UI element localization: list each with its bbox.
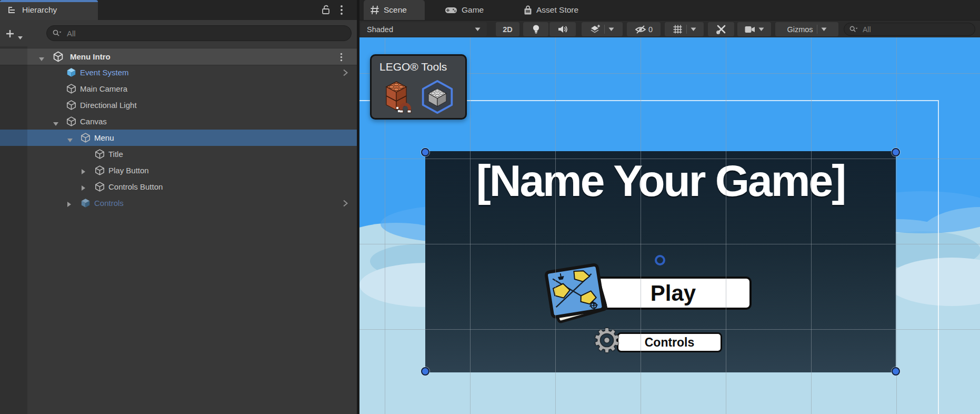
create-object-caret-icon[interactable]: [18, 33, 23, 42]
grid-line-vertical: [555, 37, 556, 414]
gameobject-cube-icon: [66, 100, 76, 112]
grid-line-horizontal: [359, 244, 980, 244]
disclosure-open-icon[interactable]: [38, 54, 45, 64]
controls-button[interactable]: Controls: [617, 332, 722, 352]
camera-caret-icon[interactable]: [758, 27, 764, 32]
scene-name-label: Menu Intro: [70, 48, 111, 65]
grid-line-vertical: [470, 37, 471, 414]
gameobject-label: Directional Light: [80, 97, 137, 113]
grid-visibility-button[interactable]: [665, 22, 704, 36]
scene-kebab-icon[interactable]: [340, 53, 343, 64]
scene-toolbar: Shaded 2D 0: [359, 20, 980, 38]
lock-icon[interactable]: [321, 4, 332, 18]
lego-brick-selected-icon: [420, 78, 455, 115]
toggle-2d-button[interactable]: 2D: [496, 22, 519, 36]
tab-scene[interactable]: Scene: [364, 0, 425, 20]
scene-tools-button[interactable]: [708, 22, 734, 36]
hierarchy-row-controls-button[interactable]: Controls Button: [0, 179, 357, 195]
lego-tools-overlay: LEGO® Tools: [370, 54, 467, 120]
grid-line-vertical: [811, 37, 812, 414]
hierarchy-row-event-system[interactable]: Event System: [0, 64, 357, 81]
lego-tools-title: LEGO® Tools: [379, 61, 447, 73]
hierarchy-search[interactable]: [46, 25, 352, 41]
gizmos-dropdown[interactable]: Gizmos: [775, 22, 838, 36]
disclosure-closed-icon[interactable]: [81, 167, 86, 177]
rect-corner-handle[interactable]: [421, 367, 429, 376]
scene-tab-icon: [370, 5, 379, 15]
asset-store-tab-icon: [524, 5, 532, 15]
disclosure-open-icon[interactable]: [67, 135, 73, 145]
grid-line-vertical: [641, 37, 641, 414]
hierarchy-row-directional-light[interactable]: Directional Light: [0, 97, 357, 113]
disclosure-open-icon[interactable]: [53, 119, 59, 129]
dropdown-caret-icon: [475, 27, 481, 32]
tab-asset-store[interactable]: Asset Store: [517, 0, 596, 20]
lego-snap-tool-button[interactable]: [379, 79, 414, 115]
tab-hierarchy[interactable]: Hierarchy: [0, 0, 98, 20]
hierarchy-row-play-button[interactable]: Play Button: [0, 162, 357, 179]
canvas-bounds-outline-right: [938, 100, 939, 414]
create-object-button[interactable]: [5, 29, 15, 41]
scene-header-row[interactable]: Menu Intro: [0, 48, 357, 65]
tools-icon: [716, 24, 726, 34]
tab-label: Game: [462, 5, 484, 15]
separator: [686, 25, 687, 34]
prefab-chevron-icon[interactable]: [342, 68, 348, 79]
gameobject-cube-icon: [66, 84, 76, 96]
hierarchy-search-input[interactable]: [66, 28, 346, 38]
pivot-handle[interactable]: [655, 255, 665, 265]
kebab-menu-icon[interactable]: [340, 5, 343, 17]
gameobject-cube-icon: [95, 149, 105, 161]
scene-search-input[interactable]: [862, 25, 970, 34]
2d-label: 2D: [503, 25, 513, 34]
scene-lighting-button[interactable]: [523, 22, 548, 36]
map-icon[interactable]: [543, 262, 609, 325]
draw-mode-label: Shaded: [367, 25, 393, 34]
hierarchy-row-title[interactable]: Title: [0, 146, 357, 162]
hierarchy-row-menu[interactable]: Menu: [0, 130, 357, 146]
scene-audio-button[interactable]: [549, 22, 576, 36]
gameobject-label: Menu: [94, 130, 114, 146]
grid-line-horizontal: [359, 159, 980, 159]
hierarchy-panel: Hierarchy: [0, 0, 357, 414]
grid-axis-icon: [673, 24, 683, 34]
separator: [604, 25, 605, 34]
speaker-icon: [558, 25, 568, 34]
camera-icon: [745, 26, 755, 33]
gameobject-cube-icon: [95, 165, 105, 178]
hierarchy-tab-label: Hierarchy: [22, 5, 57, 15]
effects-caret-icon[interactable]: [608, 27, 614, 32]
grid-caret-icon[interactable]: [691, 27, 696, 32]
draw-mode-dropdown[interactable]: Shaded: [361, 22, 487, 36]
scene-camera-button[interactable]: [737, 22, 771, 36]
tab-label: Asset Store: [536, 5, 578, 15]
prefab-chevron-icon[interactable]: [342, 199, 348, 210]
game-tab-icon: [445, 6, 457, 14]
gameobject-cube-blue-icon: [66, 67, 76, 80]
scene-tabstrip: SceneGameAsset Store: [359, 0, 980, 20]
hierarchy-icon: [7, 6, 17, 16]
hierarchy-row-controls[interactable]: Controls: [0, 195, 357, 211]
separator: [817, 25, 817, 34]
play-button[interactable]: Play: [595, 277, 752, 310]
gameobject-cube-icon: [95, 182, 105, 194]
rect-corner-handle[interactable]: [421, 148, 429, 156]
gameobject-cube-muted-icon: [81, 198, 91, 210]
grid-line-horizontal: [359, 329, 980, 330]
scene-viewport[interactable]: [Name Your Game] Play C: [359, 37, 980, 414]
gameobject-label: Controls: [94, 195, 124, 211]
tab-label: Scene: [384, 5, 407, 15]
hidden-objects-button[interactable]: 0: [627, 22, 661, 36]
scene-effects-button[interactable]: [582, 22, 623, 36]
rect-corner-handle[interactable]: [892, 367, 900, 376]
tab-game[interactable]: Game: [438, 0, 494, 20]
gizmos-caret-icon[interactable]: [821, 27, 827, 32]
disclosure-closed-icon[interactable]: [81, 184, 86, 193]
hierarchy-row-canvas[interactable]: Canvas: [0, 113, 357, 130]
rect-corner-handle[interactable]: [892, 148, 900, 156]
gameobject-label: Title: [108, 146, 123, 162]
scene-search[interactable]: [844, 23, 975, 36]
disclosure-closed-icon[interactable]: [67, 200, 72, 210]
hierarchy-row-main-camera[interactable]: Main Camera: [0, 81, 357, 97]
lego-build-tool-button[interactable]: [420, 79, 455, 115]
